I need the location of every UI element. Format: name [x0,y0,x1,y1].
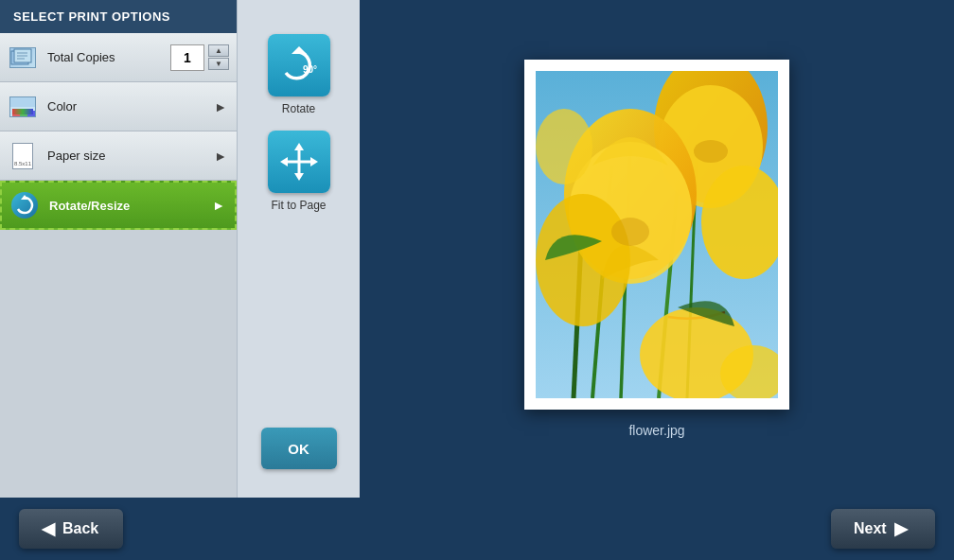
copies-input[interactable] [170,44,204,71]
fit-to-page-button-label: Fit to Page [271,199,326,212]
svg-rect-9 [27,111,35,116]
option-row-copies: Total Copies ▲ ▼ [0,33,237,82]
left-panel: SELECT PRINT OPTIONS Total Copies [0,0,237,498]
copies-icon [8,43,38,73]
copies-up-button[interactable]: ▲ [208,44,229,57]
svg-text:90°: 90° [303,64,317,75]
photo-frame [524,60,789,410]
rotate-resize-label: Rotate/Resize [49,199,227,213]
rotate-resize-icon [9,190,40,220]
main-layout: SELECT PRINT OPTIONS Total Copies [0,0,954,498]
paper-chevron-icon: ► [214,149,227,164]
sub-panel: 90° Rotate Fit to Page OK [237,0,360,498]
fit-to-page-button-icon [268,131,330,193]
paper-icon: 8.5x11 [8,141,38,171]
next-icon: ▶ [894,518,908,539]
svg-point-31 [536,194,630,326]
copies-label: Total Copies [47,50,170,64]
svg-point-34 [694,140,728,163]
fit-to-page-button[interactable]: Fit to Page [261,131,337,212]
back-button[interactable]: ◀ Back [19,509,123,549]
back-icon: ◀ [42,518,55,539]
ok-button[interactable]: OK [261,428,337,469]
preview-area: flower.jpg [360,0,954,498]
copies-arrows: ▲ ▼ [208,44,229,70]
svg-marker-16 [294,173,304,181]
copies-control[interactable]: ▲ ▼ [170,44,229,71]
color-icon [8,92,38,122]
rotate-button-label: Rotate [282,102,315,115]
rotate-resize-chevron-icon: ► [212,198,225,213]
paper-image-icon: 8.5x11 [12,143,33,169]
panel-header: SELECT PRINT OPTIONS [0,0,237,33]
svg-marker-15 [294,143,304,150]
option-row-paper[interactable]: 8.5x11 Paper size ► [0,131,237,181]
rotate-resize-image-icon [11,192,38,219]
svg-point-35 [536,109,592,184]
photo-filename: flower.jpg [628,423,684,438]
svg-rect-8 [20,111,27,116]
back-label: Back [62,520,98,537]
next-label: Next [854,520,887,537]
color-chevron-icon: ► [214,99,227,114]
bottom-bar: ◀ Back Next ▶ [0,498,954,560]
svg-rect-7 [12,111,20,116]
option-row-rotate-resize[interactable]: Rotate/Resize ► [0,181,237,230]
rotate-button-icon: 90° [268,34,330,96]
copies-down-button[interactable]: ▼ [208,58,229,70]
svg-point-33 [611,218,649,246]
paper-label: Paper size [47,149,229,163]
copies-image-icon [9,47,36,68]
option-row-color[interactable]: Color ► [0,82,237,131]
color-label: Color [47,99,229,114]
flower-image [536,71,778,398]
rotate-button[interactable]: 90° Rotate [261,34,337,115]
svg-marker-11 [292,46,307,54]
photo-inner [536,71,778,398]
color-image-icon [9,96,36,117]
svg-marker-18 [310,157,318,166]
svg-marker-17 [280,157,288,166]
next-button[interactable]: Next ▶ [831,509,935,549]
